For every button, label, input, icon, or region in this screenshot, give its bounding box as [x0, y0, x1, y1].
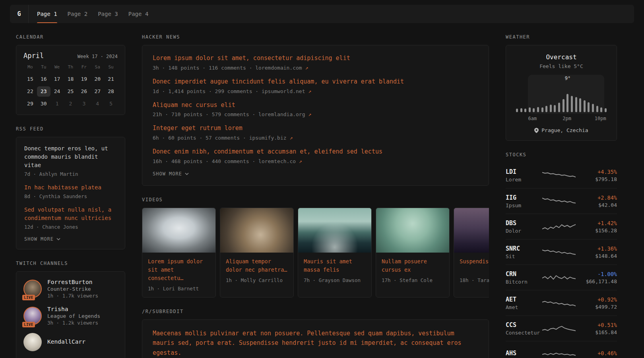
twitch-channel-trisha[interactable]: LIVE Trisha League of Legends 3h · 1.2k … [23, 306, 118, 326]
video-card[interactable]: Lorem ipsum dolor sit amet consectetu… 1… [142, 208, 216, 298]
stock-change: +1.36% [580, 245, 617, 252]
video-card[interactable]: Mauris sit amet massa felis 7h · Grayson… [298, 208, 372, 298]
video-title[interactable]: Lorem ipsum dolor sit amet consectetu… [148, 257, 210, 282]
rss-card: Donec tempor eros leo, ut commodo mauris… [16, 137, 125, 249]
stock-row-crn[interactable]: CRN Bitcorn -1.00% $66,171.48 [506, 265, 617, 290]
stock-spark-wrap [542, 220, 580, 234]
stock-price: $499.72 [580, 304, 617, 310]
stock-change: +0.51% [580, 322, 617, 328]
twitch-channel-forrestburton[interactable]: LIVE ForrestBurton Counter-Strike 1h · 1… [23, 279, 118, 299]
stock-id: AHS [506, 350, 542, 358]
stock-name: Sit [506, 253, 542, 259]
stock-change: +0.46% [580, 350, 617, 356]
stock-row-ldi[interactable]: LDI Lorem +4.35% $795.18 [506, 163, 617, 188]
external-link-icon: ↗ [299, 158, 302, 164]
rss-item-title[interactable]: In hac habitasse platea [24, 183, 117, 192]
video-title[interactable]: Nullam posuere cursus ex [382, 257, 444, 274]
hn-item-title[interactable]: Lorem ipsum dolor sit amet, consectetur … [153, 54, 478, 63]
subreddit-post-title[interactable]: Maecenas mollis pulvinar erat non posuer… [153, 329, 478, 358]
calendar-day: 26 [77, 86, 91, 97]
calendar-day: 19 [77, 74, 91, 84]
calendar-dow: Fr [77, 64, 91, 72]
hn-domain-link[interactable]: loremtech.co [258, 158, 296, 164]
hn-item-title[interactable]: Donec enim nibh, condimentum et accumsan… [153, 148, 478, 156]
calendar-day: 17 [50, 74, 64, 84]
hn-show-more-label: SHOW MORE [153, 171, 182, 177]
video-title[interactable]: Aliquam tempor dolor nec pharetra… [226, 257, 288, 274]
hn-domain-link[interactable]: loremdomain.com [255, 65, 302, 71]
tab-page-4[interactable]: Page 4 [128, 5, 149, 23]
stock-row-ahs[interactable]: AHS +0.46% [506, 341, 617, 358]
stock-sparkline [542, 194, 576, 208]
weather-bar [566, 94, 568, 112]
stock-row-aet[interactable]: AET Amet +0.92% $499.72 [506, 290, 617, 315]
weather-time-tick: 10pm [595, 116, 606, 121]
rss-item-title[interactable]: Sed volutpat nulla nisl, a condimentum n… [24, 206, 117, 222]
stock-values: +1.36% $148.64 [580, 245, 617, 259]
video-thumbnail[interactable] [142, 208, 215, 253]
twitch-channel-kendallcarr[interactable]: KendallCarr [23, 333, 118, 351]
stock-spark-wrap [542, 347, 580, 358]
stock-id: CRN Bitcorn [506, 270, 542, 285]
weather-chart: 9° [515, 77, 608, 112]
calendar-month: April [23, 52, 44, 60]
calendar-day: 29 [23, 99, 37, 109]
weather-temp-label: 9° [565, 76, 570, 81]
tab-page-1[interactable]: Page 1 [37, 5, 57, 23]
stock-change: +4.35% [580, 169, 617, 175]
rss-widget-title: RSS FEED [16, 126, 125, 132]
weather-bar [520, 108, 522, 112]
video-card[interactable]: Suspendisse diam 18h · Tara [454, 208, 489, 298]
video-title[interactable]: Suspendisse diam [460, 257, 489, 274]
channel-name[interactable]: KendallCarr [47, 339, 85, 345]
hn-domain-link[interactable]: loremlandia.org [258, 111, 305, 117]
stock-change: +2.84% [580, 195, 617, 201]
stock-id: DBS Dolor [506, 220, 542, 234]
hn-item-title[interactable]: Donec imperdiet augue tincidunt felis al… [153, 78, 478, 86]
channel-info: Trisha League of Legends 3h · 1.2k viewe… [47, 306, 100, 326]
video-meta: 1h · Molly Carrillo [226, 277, 288, 283]
rss-item-title[interactable]: Donec tempor eros leo, ut commodo mauris… [24, 144, 117, 169]
calendar-week-label: Week 17 · 2024 [78, 54, 118, 59]
weather-bar [558, 103, 560, 112]
video-thumbnail[interactable] [220, 208, 293, 253]
video-meta: 7h · Grayson Dawson [304, 277, 366, 283]
video-card[interactable]: Aliquam tempor dolor nec pharetra… 1h · … [220, 208, 294, 298]
stock-values: +1.42% $156.28 [580, 220, 617, 233]
video-thumbnail[interactable] [454, 208, 489, 253]
videos-row: Lorem ipsum dolor sit amet consectetu… 1… [142, 208, 489, 298]
stock-row-snrc[interactable]: SNRC Sit +1.36% $148.64 [506, 239, 617, 265]
stock-row-dbs[interactable]: DBS Dolor +1.42% $156.28 [506, 214, 617, 239]
stock-row-ccs[interactable]: CCS Consectetur +0.51% $165.84 [506, 315, 617, 341]
weather-bar [575, 97, 577, 112]
channel-name[interactable]: ForrestBurton [47, 279, 98, 285]
video-thumbnail[interactable] [376, 208, 449, 253]
weather-time-tick: 6am [528, 116, 537, 121]
videos-widget: VIDEOS Lorem ipsum dolor sit amet consec… [142, 197, 489, 298]
rss-show-more-button[interactable]: SHOW MORE [24, 236, 117, 242]
weather-card: Overcast Feels like 5°C 9° 6am 2pm 10pm [506, 45, 617, 141]
video-body: Nullam posuere cursus ex 17h · Stefan Co… [376, 253, 449, 289]
stock-row-iig[interactable]: IIG Ipsum +2.84% $42.04 [506, 188, 617, 214]
tab-page-2[interactable]: Page 2 [68, 5, 88, 23]
channel-game: League of Legends [47, 313, 100, 319]
tab-page-3[interactable]: Page 3 [98, 5, 118, 23]
calendar-day: 3 [77, 99, 91, 109]
channel-game: Counter-Strike [47, 286, 98, 292]
app-logo[interactable]: G [10, 5, 29, 23]
hn-show-more-button[interactable]: SHOW MORE [153, 171, 478, 177]
hn-item-title[interactable]: Aliquam nec cursus elit [153, 101, 478, 110]
video-thumbnail[interactable] [298, 208, 371, 253]
rss-item-meta: 7d · Ashlyn Martin [24, 171, 117, 177]
rss-item: In hac habitasse platea 8d · Cynthia Sau… [24, 183, 117, 199]
weather-time-axis: 6am 2pm 10pm [515, 116, 608, 122]
channel-name[interactable]: Trisha [47, 306, 100, 312]
hn-item-title[interactable]: Integer eget rutrum lorem [153, 124, 478, 133]
video-title[interactable]: Mauris sit amet massa felis [304, 257, 366, 274]
hn-domain-link[interactable]: ipsumify.biz [249, 135, 287, 141]
video-card[interactable]: Nullam posuere cursus ex 17h · Stefan Co… [376, 208, 450, 298]
hn-item-meta: 16h · 468 points · 440 comments · loremt… [153, 158, 478, 164]
stock-price: $148.64 [580, 253, 617, 259]
hn-domain-link[interactable]: ipsumworld.net [262, 88, 305, 94]
calendar-day: 24 [50, 86, 64, 97]
